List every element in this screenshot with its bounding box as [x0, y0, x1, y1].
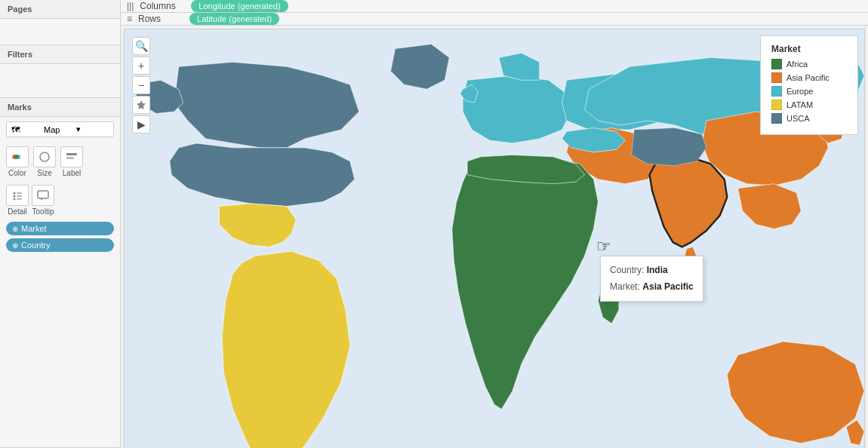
map-controls: 🔍 + − ▶: [132, 37, 150, 133]
usca-swatch: [771, 113, 782, 124]
latam-swatch: [771, 100, 782, 110]
legend-africa: Africa: [771, 59, 847, 69]
color-label: Color: [8, 169, 26, 177]
columns-icon: |||: [127, 1, 134, 11]
legend-title: Market: [771, 44, 847, 54]
legend-panel: Market Africa Asia Pacific Europe LATAM: [760, 35, 858, 135]
label-mark[interactable]: Label: [60, 146, 83, 177]
detail-mark[interactable]: Detail: [6, 185, 29, 216]
dropdown-arrow-icon: ▾: [76, 124, 109, 134]
legend-latam: LATAM: [771, 100, 847, 110]
rows-toolbar-row: ≡ Rows Latitude (generated): [121, 13, 868, 26]
map-pin-button[interactable]: [132, 96, 150, 114]
marks-type-label: 🗺: [11, 125, 44, 134]
color-mark[interactable]: Color: [6, 146, 29, 177]
country-field-pill[interactable]: ⊕ Country: [6, 238, 114, 252]
svg-rect-10: [17, 195, 22, 197]
svg-rect-9: [17, 192, 22, 194]
svg-point-3: [40, 152, 49, 161]
label-icon: [60, 146, 83, 167]
marks-rows-row: Detail Tooltip: [0, 182, 120, 219]
legend-asia-pacific: Asia Pacific: [771, 72, 847, 83]
rows-icon: ≡: [127, 14, 132, 24]
map-container[interactable]: 🔍 + − ▶: [124, 29, 865, 448]
asia-pacific-label: Asia Pacific: [786, 73, 830, 82]
map-zoom-out-button[interactable]: −: [132, 76, 150, 94]
svg-point-7: [14, 195, 16, 198]
color-icon: [6, 146, 29, 167]
rows-label: Rows: [138, 14, 183, 24]
tooltip-icon: [32, 185, 54, 206]
legend-europe: Europe: [771, 86, 847, 97]
marks-type-text: Map: [44, 125, 76, 134]
pages-header: Pages: [0, 0, 120, 19]
svg-rect-4: [66, 153, 77, 155]
europe-swatch: [771, 86, 782, 97]
country-pill-label: Country: [21, 241, 51, 250]
world-map-svg: [125, 29, 864, 448]
market-field-pill[interactable]: ⊕ Market: [6, 222, 114, 235]
size-icon: [33, 146, 56, 167]
size-label: Size: [37, 169, 51, 177]
label-label: Label: [63, 169, 81, 177]
usca-label: USCA: [786, 114, 810, 123]
latam-label: LATAM: [786, 100, 813, 109]
svg-point-2: [14, 155, 19, 159]
africa-swatch: [771, 59, 782, 69]
detail-icon: [6, 185, 29, 206]
tooltip-label: Tooltip: [32, 207, 54, 216]
svg-rect-5: [66, 157, 74, 159]
map-and-legend-area: 🔍 + − ▶: [121, 26, 868, 448]
pages-section: Pages: [0, 0, 120, 45]
right-area: ||| Columns Longitude (generated) ≡ Rows…: [121, 0, 868, 448]
marks-section: Marks 🗺 Map ▾ Color: [0, 98, 120, 448]
rows-lines-icon: ≡: [127, 14, 132, 24]
left-panel: Pages Filters Marks 🗺 Map ▾ Color: [0, 0, 121, 448]
marks-type-dropdown[interactable]: 🗺 Map ▾: [6, 121, 114, 137]
svg-point-8: [14, 198, 16, 201]
europe-label: Europe: [786, 87, 813, 96]
legend-usca: USCA: [771, 113, 847, 124]
svg-rect-11: [17, 198, 22, 200]
marks-header: Marks: [0, 98, 120, 117]
tooltip-mark[interactable]: Tooltip: [32, 185, 54, 216]
map-expand-button[interactable]: ▶: [132, 115, 150, 133]
market-pill-icon: ⊕: [12, 225, 18, 233]
columns-bars-icon: |||: [127, 1, 134, 11]
asia-pacific-swatch: [771, 72, 782, 83]
rows-pill[interactable]: Latitude (generated): [189, 13, 279, 25]
market-pill-label: Market: [21, 224, 47, 233]
filters-section: Filters: [0, 45, 120, 98]
svg-point-6: [14, 192, 16, 195]
columns-toolbar-row: ||| Columns Longitude (generated): [121, 0, 868, 13]
svg-rect-12: [38, 191, 48, 198]
size-mark[interactable]: Size: [33, 146, 56, 177]
columns-pill[interactable]: Longitude (generated): [191, 0, 288, 12]
africa-label: Africa: [786, 60, 808, 69]
detail-label: Detail: [8, 207, 27, 216]
country-pill-icon: ⊕: [12, 241, 18, 250]
map-zoom-in-button[interactable]: +: [132, 57, 150, 75]
filters-header: Filters: [0, 45, 120, 64]
map-search-button[interactable]: 🔍: [132, 37, 150, 55]
marks-icons-row: Color Size Label: [0, 142, 120, 182]
columns-label: Columns: [140, 1, 185, 11]
central-asia-path: [632, 128, 706, 166]
